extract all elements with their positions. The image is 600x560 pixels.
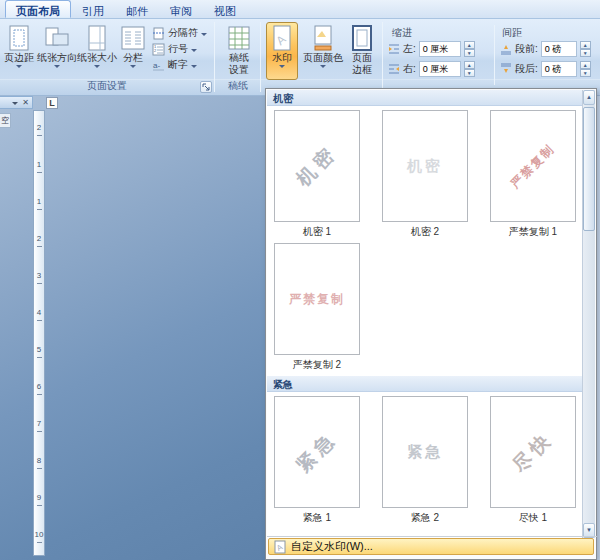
indent-right-spin-down-button[interactable]: ▼ — [464, 69, 475, 77]
ruler-number: 6 — [34, 370, 44, 407]
manuscript-setup-button[interactable]: 稿纸 设置 — [220, 22, 258, 80]
indent-right-icon — [388, 63, 400, 75]
indent-left-spin-down-button[interactable]: ▼ — [464, 49, 475, 57]
thumbnail-label: 紧急 2 — [411, 511, 439, 525]
gallery-item[interactable]: 严禁复制 严禁复制 2 — [273, 243, 361, 372]
line-numbers-button[interactable]: 12 行号 — [150, 41, 214, 57]
orientation-icon — [45, 25, 69, 51]
task-pane-close-button[interactable]: ✕ — [22, 99, 29, 107]
gallery-item[interactable]: 机密 机密 1 — [273, 110, 361, 239]
gallery-section-urgent: 紧急 紧急 1 紧急 紧急 2 尽快 尽快 1 — [267, 392, 583, 529]
manuscript-setup-label-line2: 设置 — [229, 64, 249, 75]
watermark-preview-text: 紧急 — [407, 443, 443, 462]
custom-watermark-menu-item[interactable]: A 自定义水印(W)... — [268, 538, 594, 555]
gallery-item[interactable]: 尽快 尽快 1 — [489, 396, 577, 525]
watermark-button[interactable]: A 水印 — [266, 22, 298, 80]
watermark-thumbnail: 严禁复制 — [274, 243, 360, 355]
columns-button[interactable]: 分栏 — [118, 22, 148, 80]
spacing-before-icon — [500, 43, 512, 55]
ruler-number: 3 — [34, 259, 44, 296]
ruler-number: 2 — [34, 222, 44, 259]
margins-button[interactable]: 页边距 — [2, 22, 36, 80]
gallery-section-confidential: 机密 机密 1 机密 机密 2 严禁复制 严禁复制 1 — [267, 106, 583, 376]
ribbon-tab-bar: 页面布局 引用 邮件 审阅 视图 — [0, 0, 600, 19]
watermark-preview-text: 严禁复制 — [507, 140, 559, 192]
indent-left-spin-up-button[interactable]: ▲ — [464, 41, 475, 49]
spacing-after-icon — [500, 63, 512, 75]
page-color-button[interactable]: 页面颜色 — [302, 22, 344, 80]
manuscript-grid-icon — [227, 25, 251, 51]
indent-left-icon — [388, 43, 400, 55]
watermark-thumbnail: 尽快 — [490, 396, 576, 508]
custom-watermark-icon: A — [274, 540, 286, 554]
page-border-button[interactable]: 页面 边框 — [346, 22, 378, 80]
page-color-label: 页面颜色 — [303, 52, 343, 63]
dropdown-arrow-icon — [201, 33, 207, 36]
indent-header: 缩进 — [392, 26, 412, 40]
tab-review[interactable]: 审阅 — [159, 0, 203, 18]
task-pane-dropdown-button[interactable] — [12, 102, 18, 105]
page-setup-dialog-launcher[interactable] — [200, 81, 212, 93]
ruler-number: 2 — [34, 111, 44, 148]
spacing-after-input[interactable]: 0 磅 — [541, 61, 577, 77]
page-border-label-line2: 边框 — [352, 64, 372, 75]
page-border-label-line1: 页面 — [352, 52, 372, 63]
indent-left-input[interactable]: 0 厘米 — [419, 41, 461, 57]
style-area-label: 空 — [0, 113, 11, 128]
dropdown-arrow-icon — [191, 65, 197, 68]
thumbnail-label: 严禁复制 1 — [509, 225, 557, 239]
ruler-number: 1 — [34, 148, 44, 185]
tab-references[interactable]: 引用 — [71, 0, 115, 18]
ruler-number: 5 — [34, 333, 44, 370]
indent-right-input[interactable]: 0 厘米 — [419, 61, 461, 77]
spacing-before-spin-up-button[interactable]: ▲ — [580, 41, 591, 49]
gallery-scrollbar[interactable]: ▲ ▼ — [582, 90, 595, 538]
spacing-before-spin-down-button[interactable]: ▼ — [580, 49, 591, 57]
dropdown-arrow-icon — [130, 65, 136, 68]
gallery-footer-separator — [267, 536, 597, 537]
watermark-preview-text: 机密 — [407, 157, 443, 176]
gallery-item[interactable]: 机密 机密 2 — [381, 110, 469, 239]
gallery-item[interactable]: 紧急 紧急 2 — [381, 396, 469, 525]
watermark-preview-text: 机密 — [291, 140, 343, 192]
spacing-before-input[interactable]: 0 磅 — [541, 41, 577, 57]
tab-stop-selector[interactable]: L — [46, 97, 58, 109]
watermark-label: 水印 — [272, 52, 292, 63]
dialog-launcher-icon — [202, 83, 210, 91]
tab-mailings[interactable]: 邮件 — [115, 0, 159, 18]
ruler-number: 1 — [34, 185, 44, 222]
breaks-label: 分隔符 — [168, 26, 198, 40]
spacing-after-spin-down-button[interactable]: ▼ — [580, 69, 591, 77]
spacing-after-spin-up-button[interactable]: ▲ — [580, 61, 591, 69]
spacing-after-label: 段后: — [515, 62, 538, 76]
indent-right-spin-up-button[interactable]: ▲ — [464, 61, 475, 69]
watermark-gallery: 机密 机密 机密 1 机密 机密 2 严禁复制 — [265, 88, 597, 560]
page-border-icon — [351, 25, 373, 51]
orientation-button[interactable]: 纸张方向 — [38, 22, 76, 80]
tab-page-layout[interactable]: 页面布局 — [5, 0, 71, 18]
paper-size-label: 纸张大小 — [77, 52, 117, 63]
watermark-thumbnail: 机密 — [274, 110, 360, 222]
ruler-number: 9 — [34, 481, 44, 518]
watermark-gallery-content: 机密 机密 机密 1 机密 机密 2 严禁复制 — [267, 90, 583, 538]
spacing-before-label: 段前: — [515, 42, 538, 56]
gallery-item[interactable]: 紧急 紧急 1 — [273, 396, 361, 525]
scroll-up-button[interactable]: ▲ — [583, 90, 595, 105]
gallery-item[interactable]: 严禁复制 严禁复制 1 — [489, 110, 577, 239]
document-area[interactable]: ✕ L 空 2 1 1 2 3 4 5 6 7 8 9 10 — [0, 96, 265, 560]
watermark-thumbnail: 紧急 — [274, 396, 360, 508]
tab-view[interactable]: 视图 — [203, 0, 247, 18]
columns-icon — [121, 25, 145, 51]
thumbnail-label: 尽快 1 — [519, 511, 547, 525]
ruler-number: 4 — [34, 296, 44, 333]
scrollbar-thumb[interactable] — [583, 107, 595, 231]
vertical-ruler[interactable]: 2 1 1 2 3 4 5 6 7 8 9 10 — [33, 110, 45, 556]
breaks-button[interactable]: 分隔符 — [150, 25, 214, 41]
thumbnail-label: 严禁复制 2 — [293, 358, 341, 372]
hyphenation-button[interactable]: a- 断字 — [150, 57, 214, 73]
gallery-section-header-confidential: 机密 — [267, 90, 583, 106]
thumbnail-label: 机密 2 — [411, 225, 439, 239]
paper-size-button[interactable]: 纸张大小 — [78, 22, 116, 80]
watermark-preview-text: 尽快 — [507, 426, 559, 478]
indent-left-label: 左: — [403, 42, 416, 56]
